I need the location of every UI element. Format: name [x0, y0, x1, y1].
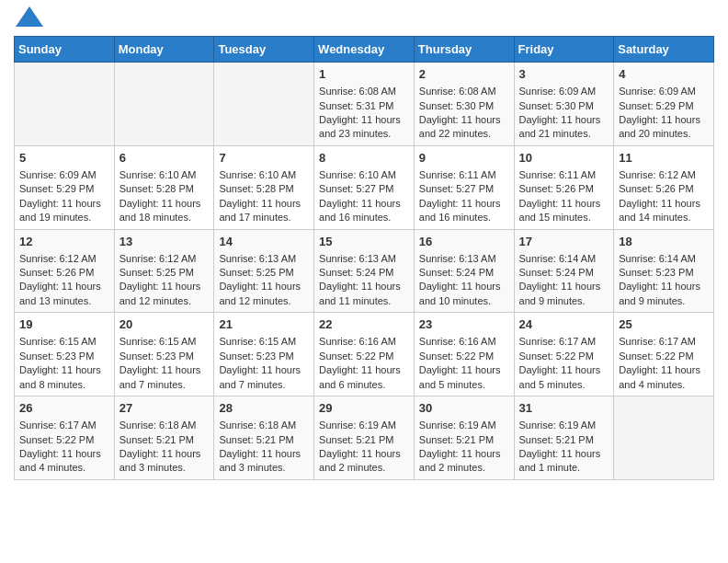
day-info-line: Sunrise: 6:16 AM: [319, 335, 409, 349]
day-info-line: Daylight: 11 hours and 16 minutes.: [419, 197, 509, 225]
calendar-week-row: 19Sunrise: 6:15 AMSunset: 5:23 PMDayligh…: [15, 313, 714, 396]
day-info-line: Sunset: 5:22 PM: [19, 433, 109, 447]
day-info-line: Daylight: 11 hours and 19 minutes.: [19, 197, 109, 225]
day-info-line: Sunset: 5:22 PM: [319, 350, 409, 363]
day-number: 1: [319, 66, 409, 83]
day-info-line: Sunrise: 6:09 AM: [619, 85, 709, 98]
page-header: [14, 14, 714, 27]
day-info-line: Daylight: 11 hours and 17 minutes.: [219, 197, 309, 225]
day-info-line: Daylight: 11 hours and 12 minutes.: [219, 280, 309, 308]
calendar-cell: 10Sunrise: 6:11 AMSunset: 5:26 PMDayligh…: [514, 145, 614, 229]
day-number: 3: [519, 66, 609, 83]
day-number: 27: [119, 400, 210, 417]
day-number: 29: [319, 400, 409, 417]
day-number: 24: [519, 316, 609, 333]
calendar-week-row: 26Sunrise: 6:17 AMSunset: 5:22 PMDayligh…: [15, 396, 714, 480]
day-number: 30: [419, 400, 509, 417]
day-number: 14: [219, 234, 309, 250]
day-number: 26: [19, 400, 109, 417]
day-number: 31: [519, 400, 609, 417]
day-info-line: Daylight: 11 hours and 12 minutes.: [119, 280, 210, 308]
calendar-cell: 6Sunrise: 6:10 AMSunset: 5:28 PMDaylight…: [114, 145, 214, 229]
day-info-line: Sunset: 5:29 PM: [19, 182, 109, 196]
day-header-friday: Friday: [514, 37, 614, 63]
day-info-line: Sunrise: 6:12 AM: [119, 252, 210, 266]
day-info-line: Sunrise: 6:12 AM: [19, 252, 109, 266]
day-info-line: Daylight: 11 hours and 3 minutes.: [219, 447, 309, 476]
day-info-line: Sunrise: 6:12 AM: [619, 168, 709, 182]
day-info-line: Sunrise: 6:13 AM: [219, 252, 309, 266]
day-info-line: Sunrise: 6:18 AM: [119, 419, 210, 432]
calendar-header-row: SundayMondayTuesdayWednesdayThursdayFrid…: [15, 37, 714, 63]
day-info-line: Daylight: 11 hours and 6 minutes.: [319, 363, 409, 392]
day-info-line: Sunrise: 6:09 AM: [19, 168, 109, 182]
day-info-line: Sunset: 5:24 PM: [319, 266, 409, 280]
day-info-line: Daylight: 11 hours and 2 minutes.: [419, 447, 509, 476]
calendar-cell: 9Sunrise: 6:11 AMSunset: 5:27 PMDaylight…: [414, 145, 514, 229]
day-number: 17: [519, 234, 609, 250]
calendar-cell: 31Sunrise: 6:19 AMSunset: 5:21 PMDayligh…: [514, 396, 614, 480]
calendar-cell: 25Sunrise: 6:17 AMSunset: 5:22 PMDayligh…: [614, 313, 714, 396]
day-info-line: Sunset: 5:28 PM: [219, 182, 309, 196]
day-info-line: Sunset: 5:22 PM: [519, 350, 609, 363]
calendar-cell: 18Sunrise: 6:14 AMSunset: 5:23 PMDayligh…: [614, 229, 714, 313]
calendar-week-row: 1Sunrise: 6:08 AMSunset: 5:31 PMDaylight…: [15, 63, 714, 146]
day-info-line: Sunrise: 6:17 AM: [19, 419, 109, 432]
day-info-line: Daylight: 11 hours and 7 minutes.: [119, 363, 210, 392]
calendar-cell: 24Sunrise: 6:17 AMSunset: 5:22 PMDayligh…: [514, 313, 614, 396]
day-info-line: Sunrise: 6:10 AM: [319, 168, 409, 182]
day-info-line: Sunset: 5:22 PM: [619, 350, 709, 363]
day-info-line: Sunset: 5:29 PM: [619, 99, 709, 113]
day-info-line: Sunset: 5:28 PM: [119, 182, 210, 196]
day-info-line: Sunset: 5:22 PM: [419, 350, 509, 363]
day-info-line: Sunset: 5:27 PM: [419, 182, 509, 196]
day-info-line: Sunrise: 6:15 AM: [119, 335, 210, 349]
day-info-line: Sunset: 5:23 PM: [619, 266, 709, 280]
day-number: 10: [519, 150, 609, 167]
day-info-line: Sunrise: 6:17 AM: [519, 335, 609, 349]
day-info-line: Sunrise: 6:17 AM: [619, 335, 709, 349]
day-header-wednesday: Wednesday: [314, 37, 415, 63]
day-info-line: Sunset: 5:21 PM: [219, 433, 309, 447]
calendar-cell: 14Sunrise: 6:13 AMSunset: 5:25 PMDayligh…: [214, 229, 314, 313]
calendar-cell: 3Sunrise: 6:09 AMSunset: 5:30 PMDaylight…: [514, 63, 614, 146]
calendar-cell: 28Sunrise: 6:18 AMSunset: 5:21 PMDayligh…: [214, 396, 314, 480]
day-info-line: Sunrise: 6:10 AM: [219, 168, 309, 182]
day-info-line: Sunrise: 6:19 AM: [319, 419, 409, 432]
day-header-tuesday: Tuesday: [214, 37, 314, 63]
day-info-line: Sunrise: 6:15 AM: [219, 335, 309, 349]
day-info-line: Sunrise: 6:19 AM: [419, 419, 509, 432]
day-info-line: Sunrise: 6:08 AM: [319, 85, 409, 98]
day-info-line: Daylight: 11 hours and 7 minutes.: [219, 363, 309, 392]
day-info-line: Daylight: 11 hours and 1 minute.: [519, 447, 609, 476]
calendar-cell: 7Sunrise: 6:10 AMSunset: 5:28 PMDaylight…: [214, 145, 314, 229]
day-info-line: Sunset: 5:25 PM: [219, 266, 309, 280]
day-info-line: Sunrise: 6:18 AM: [219, 419, 309, 432]
day-header-saturday: Saturday: [614, 37, 714, 63]
day-info-line: Daylight: 11 hours and 4 minutes.: [19, 447, 109, 476]
day-number: 18: [619, 234, 709, 250]
calendar-cell: 8Sunrise: 6:10 AMSunset: 5:27 PMDaylight…: [314, 145, 415, 229]
day-info-line: Sunrise: 6:19 AM: [519, 419, 609, 432]
day-info-line: Daylight: 11 hours and 4 minutes.: [619, 363, 709, 392]
day-info-line: Sunrise: 6:09 AM: [519, 85, 609, 98]
day-info-line: Daylight: 11 hours and 23 minutes.: [319, 113, 409, 142]
day-info-line: Sunrise: 6:15 AM: [19, 335, 109, 349]
day-number: 22: [319, 316, 409, 333]
calendar-cell: 30Sunrise: 6:19 AMSunset: 5:21 PMDayligh…: [414, 396, 514, 480]
day-info-line: Daylight: 11 hours and 22 minutes.: [419, 113, 509, 142]
day-info-line: Daylight: 11 hours and 21 minutes.: [519, 113, 609, 142]
day-info-line: Sunset: 5:26 PM: [619, 182, 709, 196]
day-number: 6: [119, 150, 210, 167]
day-info-line: Sunset: 5:23 PM: [219, 350, 309, 363]
calendar-cell: 21Sunrise: 6:15 AMSunset: 5:23 PMDayligh…: [214, 313, 314, 396]
day-number: 5: [19, 150, 109, 167]
calendar-cell: 11Sunrise: 6:12 AMSunset: 5:26 PMDayligh…: [614, 145, 714, 229]
calendar-cell: 12Sunrise: 6:12 AMSunset: 5:26 PMDayligh…: [15, 229, 115, 313]
day-info-line: Sunset: 5:31 PM: [319, 99, 409, 113]
svg-marker-0: [16, 6, 43, 27]
day-info-line: Daylight: 11 hours and 8 minutes.: [19, 363, 109, 392]
day-number: 4: [619, 66, 709, 83]
day-info-line: Sunrise: 6:14 AM: [519, 252, 609, 266]
day-info-line: Sunrise: 6:14 AM: [619, 252, 709, 266]
